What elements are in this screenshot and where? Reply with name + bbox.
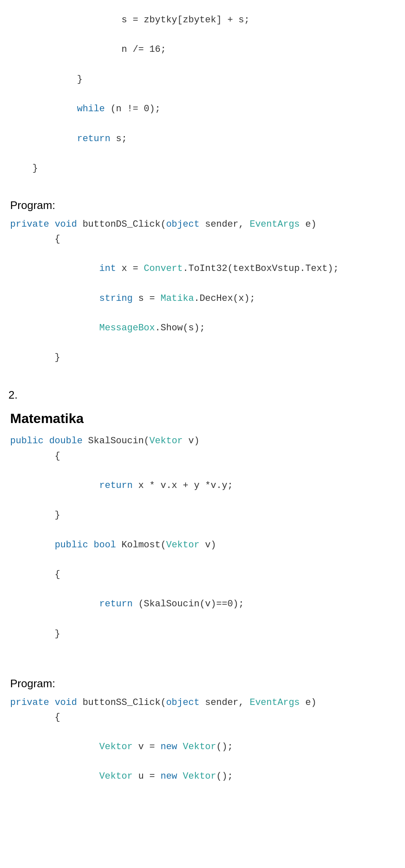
int-convert-line: int x = Convert.ToInt32(textBoxVstup.Tex… <box>10 261 395 276</box>
code-line <box>10 612 395 627</box>
program-heading-2: Program: <box>8 675 397 693</box>
code-line <box>10 116 395 131</box>
code-line <box>10 87 395 102</box>
code-line <box>10 582 395 597</box>
code-line <box>10 493 395 508</box>
code-line <box>10 246 395 261</box>
matematika-heading: Matematika <box>8 408 397 429</box>
code-line <box>10 522 395 537</box>
code-line: { <box>10 449 395 463</box>
page-container: s = zbytky[zbytek] + s; n /= 16; } while… <box>0 8 405 788</box>
code-line: s = zbytky[zbytek] + s; <box>10 13 395 27</box>
button-ds-code-block: private void buttonDS_Click(object sende… <box>8 217 397 365</box>
code-line <box>10 276 395 291</box>
code-line: private void buttonDS_Click(object sende… <box>10 217 395 232</box>
code-line: return s; <box>10 131 395 146</box>
code-line: { <box>10 567 395 582</box>
section-number-2: 2. <box>8 386 397 404</box>
code-line: } <box>10 627 395 641</box>
code-line: public double SkalSoucin(Vektor v) <box>10 434 395 448</box>
code-line: } <box>10 350 395 365</box>
code-line <box>10 463 395 478</box>
program-heading-1: Program: <box>8 197 397 214</box>
while-line: while (n != 0); <box>10 102 395 116</box>
code-line <box>10 335 395 350</box>
code-line <box>10 27 395 42</box>
code-line <box>10 146 395 161</box>
code-line <box>10 552 395 567</box>
code-line: } <box>10 508 395 522</box>
code-line: n /= 16; <box>10 42 395 57</box>
code-line: string s = Matika.DecHex(x); <box>10 291 395 306</box>
code-line: { <box>10 232 395 246</box>
code-line <box>10 754 395 769</box>
button-ss-code-block: private void buttonSS_Click(object sende… <box>8 695 397 784</box>
top-code-block: s = zbytky[zbytek] + s; n /= 16; } while… <box>8 13 397 176</box>
code-line: } <box>10 161 395 176</box>
code-line: return x * v.x + y *v.y; <box>10 478 395 493</box>
code-line <box>10 725 395 739</box>
code-line: } <box>10 72 395 87</box>
code-line: public bool Kolmost(Vektor v) <box>10 538 395 552</box>
code-line: { <box>10 710 395 725</box>
skalsoucin-code-block: public double SkalSoucin(Vektor v) { ret… <box>8 434 397 641</box>
code-line: private void buttonSS_Click(object sende… <box>10 695 395 710</box>
code-line <box>10 306 395 321</box>
code-line <box>10 57 395 72</box>
code-line: return (SkalSoucin(v)==0); <box>10 597 395 611</box>
code-line: Vektor u = new Vektor(); <box>10 769 395 784</box>
code-line: MessageBox.Show(s); <box>10 321 395 335</box>
code-line: Vektor v = new Vektor(); <box>10 739 395 754</box>
